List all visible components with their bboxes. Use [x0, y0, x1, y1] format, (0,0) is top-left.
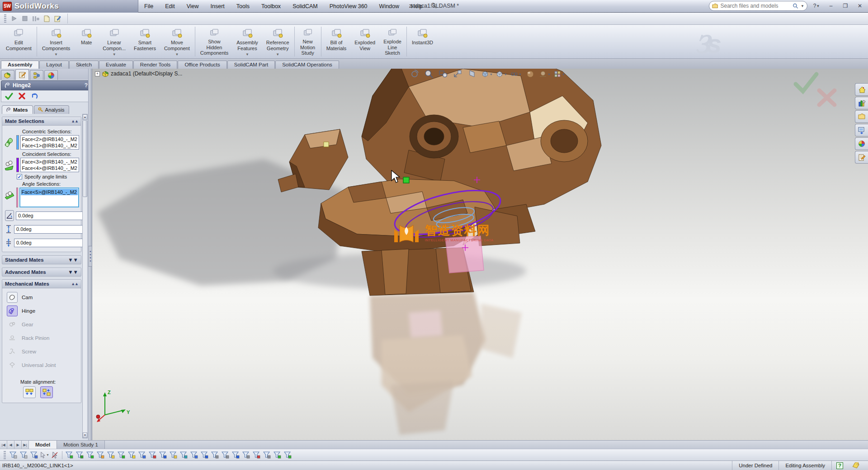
close-button[interactable]: ✕: [854, 1, 865, 10]
edit-appearance-icon[interactable]: [524, 69, 536, 80]
coincident-selection-list[interactable]: Face<3>@IRB140_-_M2Face<4>@IRB140_-_M2: [20, 158, 79, 172]
cmd-exploded-view[interactable]: Exploded View: [351, 26, 379, 57]
task-tab-solidworks-resources[interactable]: [855, 83, 868, 96]
scrollbar-thumb[interactable]: [83, 120, 87, 197]
filter-sketch-points-icon[interactable]: [158, 450, 168, 460]
filter-solid-bodies-icon[interactable]: [106, 450, 116, 460]
cmd-show-hidden-components[interactable]: Show Hidden Components: [197, 26, 232, 57]
panel-splitter[interactable]: ◂◂◂◂: [88, 69, 92, 440]
graphics-area[interactable]: + zadaca1 (Default<Display S... ▼▼▼▼▼ Z …: [92, 69, 868, 440]
mech-mate-hinge[interactable]: Hinge: [3, 304, 79, 318]
edit-macro-icon[interactable]: [52, 14, 63, 24]
new-document-icon[interactable]: [41, 14, 52, 24]
hinge-icon[interactable]: [7, 306, 18, 316]
filter-annotations-icon[interactable]: [241, 450, 251, 460]
selection-list-item[interactable]: Face<5>@IRB140_-_M2: [21, 189, 78, 195]
filter-routing-points-icon[interactable]: [179, 450, 189, 460]
view-orientation-icon[interactable]: ▼: [481, 69, 493, 80]
specify-angle-limits-row[interactable]: ✓ Specify angle limits: [17, 174, 79, 179]
anti-aligned-button[interactable]: [40, 386, 53, 398]
cmd-linear-compon[interactable]: Linear Compon...▼: [99, 26, 129, 57]
cmd-mate[interactable]: Mate: [75, 26, 98, 57]
mech-mate-universal-joint[interactable]: Universal Joint: [3, 358, 79, 372]
task-tab-file-explorer[interactable]: [855, 110, 868, 123]
menu-edit[interactable]: Edit: [159, 0, 181, 12]
filter-weld-beads-icon[interactable]: [199, 450, 210, 460]
toolbar-grip[interactable]: [4, 451, 6, 459]
ribbon-tab-assembly[interactable]: Assembly: [1, 61, 39, 69]
universal-joint-icon[interactable]: [7, 360, 18, 371]
angle-value-input[interactable]: [16, 212, 83, 220]
cam-icon[interactable]: [7, 292, 18, 303]
cmd-bill-of-materials[interactable]: Bill of Materials: [323, 26, 350, 57]
dropdown-caret-icon[interactable]: ▼: [175, 52, 179, 56]
select-tool-icon[interactable]: ▼: [39, 450, 50, 460]
advanced-mates-section[interactable]: Advanced Mates▼▼: [2, 268, 81, 277]
ribbon-tab-layout[interactable]: Layout: [39, 61, 69, 69]
cmd-edit-component[interactable]: Edit Component: [2, 26, 35, 57]
display-style-icon[interactable]: ▼: [495, 69, 507, 80]
task-tab-design-library[interactable]: [855, 97, 868, 109]
concentric-selection-list[interactable]: Face<2>@IRB140_-_M2Face<1>@IRB140_-_M2: [20, 135, 79, 150]
filter-planes-icon[interactable]: [127, 450, 137, 460]
hide-show-items-icon[interactable]: ▼: [510, 69, 522, 80]
filter-surface-bodies-icon[interactable]: [95, 450, 106, 460]
cmd-insert-components[interactable]: Insert Components▼: [38, 26, 74, 57]
filter-magnifier-notes-icon[interactable]: [231, 450, 241, 460]
stop-icon[interactable]: [19, 14, 30, 24]
apply-scene-icon[interactable]: ▼: [539, 69, 551, 80]
help-button[interactable]: ?▼: [811, 1, 822, 10]
tab-motion-study-1[interactable]: Motion Study 1: [57, 441, 105, 449]
menu-toolbox[interactable]: Toolbox: [255, 0, 287, 12]
toggle-selection-filters-icon[interactable]: [19, 450, 29, 460]
magnified-selection-icon[interactable]: [50, 450, 60, 460]
dropdown-caret-icon[interactable]: ▼: [276, 52, 279, 56]
gear-icon[interactable]: [7, 319, 18, 330]
ribbon-tab-solidcam-part[interactable]: SolidCAM Part: [227, 61, 275, 69]
filter-axes-icon[interactable]: [116, 450, 127, 460]
angle-limits-checkbox[interactable]: ✓: [17, 174, 22, 179]
lower-limit-input[interactable]: [14, 239, 82, 247]
prev-tab-button[interactable]: ◀: [7, 441, 14, 449]
screw-icon[interactable]: [7, 346, 18, 357]
menu-view[interactable]: View: [181, 0, 205, 12]
filter-faces-icon[interactable]: [85, 450, 95, 460]
filter-sketch-segments-icon[interactable]: [147, 450, 158, 460]
clear-all-filters-icon[interactable]: [8, 450, 19, 460]
search-input[interactable]: [720, 3, 790, 9]
scroll-up-arrow[interactable]: ▲: [83, 114, 87, 120]
mech-mate-gear[interactable]: Gear: [3, 318, 79, 331]
3d-model-scene[interactable]: [92, 69, 868, 440]
cmd-instant3d[interactable]: Instant3D: [408, 26, 437, 57]
flyout-feature-tree[interactable]: + zadaca1 (Default<Display S...: [95, 70, 182, 77]
pause-record-icon[interactable]: [30, 14, 41, 24]
next-tab-button[interactable]: ▶: [14, 441, 22, 449]
task-tab-view-palette[interactable]: [855, 124, 868, 136]
tab-analysis[interactable]: Analysis: [34, 105, 70, 114]
manager-tab-featuremanager-tree[interactable]: [1, 70, 14, 80]
selection-list-item[interactable]: Face<2>@IRB140_-_M2: [21, 136, 78, 142]
cmd-assembly-features[interactable]: Assembly Features▼: [233, 26, 262, 57]
tree-root-label[interactable]: zadaca1 (Default<Display S...: [111, 70, 182, 77]
menu-insert[interactable]: Insert: [205, 0, 231, 12]
ribbon-tab-evaluate[interactable]: Evaluate: [99, 61, 133, 69]
menu-solidcam[interactable]: SolidCAM: [287, 0, 324, 12]
toolbar-grip[interactable]: [4, 14, 6, 23]
manager-tab-configurationmanager[interactable]: [30, 70, 43, 80]
last-tab-button[interactable]: ▶|: [22, 441, 29, 449]
ribbon-tab-office-products[interactable]: Office Products: [178, 61, 226, 69]
cancel-button[interactable]: [19, 93, 25, 99]
selection-list-item[interactable]: Face<3>@IRB140_-_M2: [21, 159, 78, 165]
panel-help-button[interactable]: ?: [85, 82, 88, 89]
standard-mates-section[interactable]: Standard Mates▼▼: [2, 255, 81, 264]
angle-dimension-icon[interactable]: [5, 210, 14, 221]
upper-limit-input[interactable]: [14, 226, 82, 233]
filter-graphics-bodies-icon[interactable]: [29, 450, 39, 460]
ribbon-tab-solidcam-operations[interactable]: SolidCAM Operations: [275, 61, 339, 69]
cmd-explode-line-sketch[interactable]: Explode Line Sketch: [380, 26, 405, 57]
tag-icon[interactable]: [848, 461, 868, 470]
tab-model[interactable]: Model: [29, 441, 57, 449]
zoom-to-fit-icon[interactable]: [423, 69, 435, 80]
task-tab-appearances-scenes[interactable]: [855, 137, 868, 150]
filter-blocks-icon[interactable]: [283, 450, 293, 460]
